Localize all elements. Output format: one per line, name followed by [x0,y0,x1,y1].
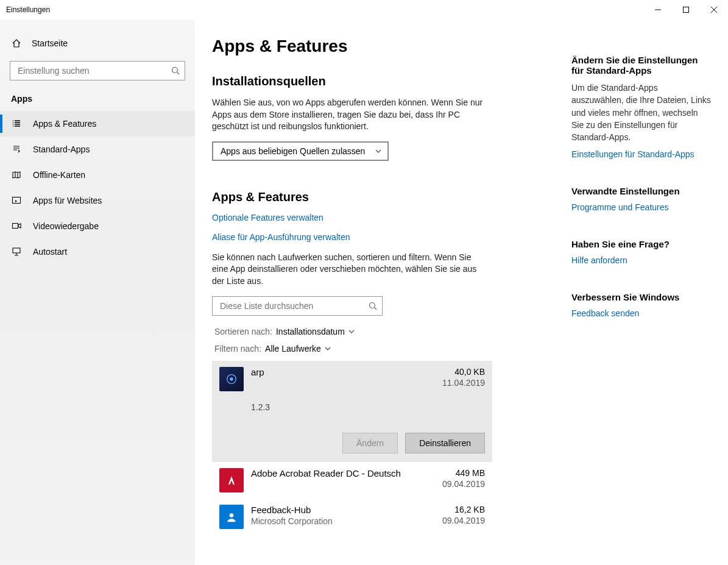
app-icon [219,468,244,492]
sidebar-item-video[interactable]: Videowiedergabe [0,213,195,239]
rp-related-title: Verwandte Einstellungen [571,186,712,196]
svg-rect-7 [13,224,18,229]
svg-point-9 [370,302,375,308]
window-title: Einstellungen [6,5,50,14]
app-list: arp 40,0 KB 11.04.2019 1.2.3 Ändern [212,361,492,535]
svg-point-13 [230,513,234,517]
filter-control[interactable]: Filtern nach: Alle Laufwerke [214,344,553,354]
defaults-icon [11,144,22,155]
app-list-search-input[interactable] [213,297,382,315]
close-button[interactable] [700,0,728,20]
right-panel: Ändern Sie die Einstellungen für Standar… [553,37,716,565]
rp-defaults-title: Ändern Sie die Einstellungen für Standar… [571,55,712,76]
sort-control[interactable]: Sortieren nach: Installationsdatum [214,327,553,336]
filter-value[interactable]: Alle Laufwerke [265,344,331,354]
sidebar-item-apps-websites[interactable]: Apps für Websites [0,188,195,213]
alias-link[interactable]: Aliase für App-Ausführung verwalten [212,232,553,242]
svg-point-12 [230,377,233,381]
rp-improve-link[interactable]: Feedback senden [571,308,712,318]
video-icon [11,221,22,232]
filter-label: Filtern nach: [214,344,261,354]
rp-defaults-text: Um die Standard-Apps auszuwählen, die Ih… [571,82,712,143]
sidebar-heading: Apps [0,89,195,111]
sidebar-item-startup[interactable]: Autostart [0,239,195,265]
app-date: 11.04.2019 [442,378,485,388]
svg-point-4 [172,68,178,73]
app-version: 1.2.3 [251,402,485,412]
sort-label: Sortieren nach: [214,327,272,336]
app-name: Feedback-Hub [251,505,333,515]
svg-line-10 [375,307,377,310]
app-size: 449 MB [442,468,485,478]
sidebar-item-apps-features[interactable]: Apps & Features [0,111,195,137]
sidebar-item-label: Apps für Websites [33,196,102,205]
app-item[interactable]: Feedback-Hub Microsoft Corporation 16,2 … [212,499,492,535]
svg-line-5 [177,73,180,75]
sidebar: Startseite Apps Apps & Features [0,20,195,565]
search-icon [369,302,377,310]
chevron-down-icon [348,329,355,335]
map-icon [11,169,22,180]
app-size: 40,0 KB [442,367,485,377]
apps-features-heading: Apps & Features [212,190,553,204]
window-controls [644,0,728,20]
app-item-selected[interactable]: arp 40,0 KB 11.04.2019 1.2.3 Ändern [212,361,492,462]
rp-improve-title: Verbessern Sie Windows [571,292,712,302]
sources-heading: Installationsquellen [212,74,553,88]
sidebar-home[interactable]: Startseite [0,32,195,55]
page-title: Apps & Features [212,37,553,56]
sidebar-item-default-apps[interactable]: Standard-Apps [0,137,195,162]
app-list-search[interactable] [212,296,383,316]
sidebar-home-label: Startseite [32,38,68,48]
settings-search-input[interactable] [10,62,185,80]
sources-dropdown[interactable]: Apps aus beliebigen Quellen zulassen [212,141,389,161]
minimize-icon [655,7,661,13]
sources-text: Wählen Sie aus, von wo Apps abgerufen we… [212,97,486,133]
list-icon [11,118,22,129]
sidebar-item-label: Videowiedergabe [33,221,99,231]
optional-features-link[interactable]: Optionale Features verwalten [212,213,553,222]
app-publisher: Microsoft Corporation [251,516,333,526]
chevron-down-icon [325,346,331,352]
app-name: arp [251,367,264,377]
titlebar: Einstellungen [0,0,728,20]
app-icon [219,505,244,529]
sidebar-item-offline-maps[interactable]: Offline-Karten [0,162,195,188]
sidebar-item-label: Offline-Karten [33,170,85,180]
startup-icon [11,246,22,257]
rp-question-title: Haben Sie eine Frage? [571,239,712,249]
website-icon [11,195,22,206]
sort-value[interactable]: Installationsdatum [276,327,355,336]
sidebar-item-label: Standard-Apps [33,144,90,154]
minimize-button[interactable] [644,0,672,20]
svg-rect-6 [13,197,21,204]
settings-search[interactable] [10,61,185,80]
svg-rect-8 [13,248,20,253]
rp-related-link[interactable]: Programme und Features [571,202,712,212]
app-date: 09.04.2019 [442,479,485,489]
rp-question-link[interactable]: Hilfe anfordern [571,255,712,265]
app-date: 09.04.2019 [442,516,485,525]
app-name: Adobe Acrobat Reader DC - Deutsch [251,468,401,478]
svg-rect-1 [684,7,689,13]
home-icon [11,38,22,49]
sidebar-item-label: Apps & Features [33,119,96,129]
sidebar-item-label: Autostart [33,247,67,257]
maximize-icon [683,7,689,13]
apps-features-text: Sie können nach Laufwerken suchen, sorti… [212,252,486,288]
chevron-down-icon [375,146,381,156]
search-icon [171,66,180,75]
close-icon [711,7,717,13]
rp-defaults-link[interactable]: Einstellungen für Standard-Apps [571,149,712,159]
modify-button[interactable]: Ändern [342,433,398,453]
app-item[interactable]: Adobe Acrobat Reader DC - Deutsch 449 MB… [212,462,492,499]
maximize-button[interactable] [672,0,700,20]
app-size: 16,2 KB [442,505,485,514]
sources-dropdown-value: Apps aus beliebigen Quellen zulassen [221,146,365,156]
uninstall-button[interactable]: Deinstallieren [405,433,485,453]
app-icon [219,367,244,391]
